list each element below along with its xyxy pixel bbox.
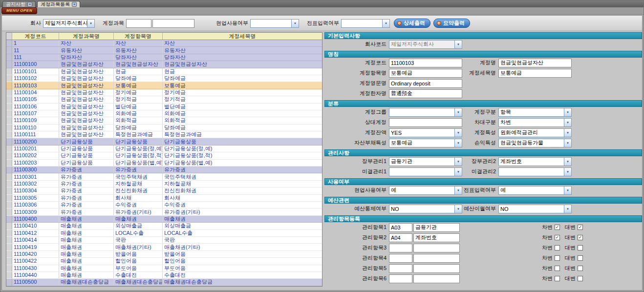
table-row[interactable]: 11100107현금및현금성자산외화예금외화예금 — [6, 110, 322, 117]
table-row[interactable]: 11100300유가증권유가증권유가증권 — [6, 167, 322, 173]
mgmt-item-code-input[interactable] — [389, 264, 412, 273]
company-select[interactable]: 제일저지주식회사 ▼ — [43, 19, 95, 28]
table-row[interactable]: 11100201단기금융상품단기금융상품(정,예)단기금융상품(정,예) — [6, 146, 322, 152]
menu-open-button[interactable]: MENU OPEN — [1, 7, 37, 14]
account-name-input[interactable] — [152, 19, 194, 28]
ledger2-select[interactable]: 계좌번호 ▼ — [498, 157, 572, 166]
mgmt-item-row: 관리항목4차변대변 — [324, 253, 642, 263]
table-row[interactable]: 11100110현금및현금성자산당좌예금당좌예금 — [6, 125, 322, 131]
table-row[interactable]: 11100500매출채권대손충당금매출채권대손충당금매출채권대손충당금 — [6, 279, 322, 286]
english-name-field[interactable] — [389, 79, 462, 88]
pending2-select[interactable]: ▼ — [498, 167, 572, 176]
mgmt-item-name-input[interactable] — [413, 254, 460, 263]
table-row[interactable]: 11100200단기금융상품단기금융상품단기금융상품 — [6, 138, 322, 145]
company-code-label: 회사코드 — [324, 41, 389, 48]
table-row[interactable]: 11100203단기금융상품단기금융상품(별,예)단기금융상품(별,예) — [6, 160, 322, 167]
field-use-select[interactable]: ▼ — [250, 19, 299, 28]
mgmt-item-name-input[interactable] — [413, 223, 460, 232]
summary-print-button[interactable]: 요약출력 — [433, 19, 470, 28]
detail-name-field[interactable] — [498, 69, 572, 78]
table-row[interactable]: 11100304유가증권전신전화채권전신전화채권 — [6, 188, 322, 194]
cell-name: 매출채권 — [59, 265, 114, 271]
table-row[interactable]: 11100309유가증권유가증권(기타)유가증권(기타) — [6, 209, 322, 215]
chevron-down-icon: ▼ — [454, 129, 462, 137]
ledger1-select[interactable]: 금융기관 ▼ — [389, 157, 462, 166]
table-row[interactable]: 11100430매출채권부도어음부도어음 — [6, 265, 322, 272]
credit-checkbox[interactable] — [578, 266, 583, 271]
mgmt-item-name-input[interactable] — [413, 264, 460, 273]
pl-trait-select[interactable]: 현금및현금등가물 ▼ — [498, 139, 572, 147]
table-row[interactable]: 11100101현금및현금성자산현금현금 — [6, 68, 322, 75]
table-row[interactable]: 11100301유가증권국민주택채권국민주택채권 — [6, 173, 322, 180]
table-row[interactable]: 111당좌자산당좌자산당좌자산 — [6, 54, 322, 61]
mgmt-item-code-input[interactable] — [389, 233, 412, 242]
counter-account-field[interactable] — [389, 118, 462, 127]
mgmt-item-code-input[interactable] — [389, 244, 412, 252]
table-row[interactable]: 11100102현금및현금성자산당좌예금당좌예금 — [6, 75, 322, 82]
credit-checkbox[interactable] — [578, 245, 583, 250]
table-row[interactable]: 11100410매출채권외상매출금외상매출금 — [6, 223, 322, 229]
credit-checkbox[interactable]: ✓ — [578, 235, 583, 240]
debit-checkbox[interactable]: ✓ — [555, 225, 560, 230]
account-group-select[interactable]: ▼ — [389, 108, 462, 117]
cell-item: 현금 — [114, 68, 163, 75]
account-code-input[interactable] — [126, 19, 151, 28]
detail-print-button[interactable]: 상세출력 — [394, 19, 430, 28]
cell-name: 현금및현금성자산 — [59, 61, 114, 67]
table-row[interactable]: 11100400매출채권매출채권매출채권 — [6, 216, 322, 223]
table-row[interactable]: 11100420매출채권받을어음받을어음 — [6, 251, 322, 258]
table-row[interactable]: 11100202단기금융상품단기금융상품(정,적)단기금융상품(정,적) — [6, 152, 322, 159]
table-row[interactable]: 11100111현금및현금성자산특정현금과예금특정현금과예금 — [6, 131, 322, 138]
table-row[interactable]: 11100419매출채권매출채권(기타)매출채권(기타) — [6, 244, 322, 250]
mgmt-item-name-input[interactable] — [413, 244, 460, 252]
field-use-panel-select[interactable]: 예 ▼ — [389, 186, 462, 195]
table-row[interactable]: 11100440매출채권수출대전수출대전 — [6, 272, 322, 279]
table-row[interactable]: 11100414매출채권국판국판 — [6, 237, 322, 244]
slip-entry-panel-select[interactable]: 예 ▼ — [498, 186, 572, 195]
budget-carryover-select[interactable]: NO ▼ — [498, 205, 572, 213]
table-row[interactable]: 11100109현금및현금성자산외화적금외화적금 — [6, 117, 322, 124]
item-name-field[interactable] — [389, 69, 462, 78]
table-row[interactable]: 11100106현금및현금성자산별단예금별단예금 — [6, 104, 322, 110]
table-row[interactable]: 11100306유가증권수익증권수익증권 — [6, 202, 322, 209]
table-row[interactable]: 11100100현금및현금성자산현금및현금성자산현금및현금성자산 — [6, 61, 322, 68]
table-row[interactable]: 11100103현금및현금성자산보통예금보통예금 — [6, 82, 322, 89]
credit-checkbox[interactable] — [578, 255, 583, 261]
account-balance-select[interactable]: YES ▼ — [389, 128, 462, 137]
table-row[interactable]: 11유동자산유동자산유동자산 — [6, 47, 322, 54]
table-row[interactable]: 11100305유가증권회사채회사채 — [6, 195, 322, 202]
debit-checkbox[interactable] — [555, 245, 560, 250]
mgmt-item-code-input[interactable] — [389, 274, 412, 283]
pending1-select[interactable]: ▼ — [389, 167, 462, 176]
asset-trait-select[interactable]: 보통예금 ▼ — [389, 139, 462, 147]
mgmt-item-code-input[interactable] — [389, 223, 412, 232]
hanja-name-field[interactable] — [389, 89, 462, 98]
tab-notice[interactable]: 공지사항 × — [2, 1, 36, 7]
mgmt-item-name-input[interactable] — [413, 274, 460, 283]
tab-account-registration[interactable]: 계정과목등록 × — [37, 1, 80, 7]
debit-checkbox[interactable] — [555, 276, 560, 281]
mgmt-item-name-input[interactable] — [413, 233, 460, 242]
table-row[interactable]: 11100412매출채권LOCAL수출LOCAL수출 — [6, 230, 322, 237]
close-icon[interactable]: × — [27, 2, 32, 7]
table-row[interactable]: 11100105현금및현금성자산정기적금정기적금 — [6, 96, 322, 103]
debit-checkbox[interactable]: ✓ — [555, 235, 560, 240]
table-row[interactable]: 11100422매출채권할인어음할인어음 — [6, 258, 322, 265]
close-icon[interactable]: × — [72, 2, 77, 7]
credit-checkbox[interactable]: ✓ — [578, 225, 583, 230]
budget-control-select[interactable]: NO ▼ — [389, 205, 462, 213]
account-trait-select[interactable]: 원화예적금관리 ▼ — [498, 128, 572, 137]
mgmt-item-code-input[interactable] — [389, 254, 412, 263]
table-row[interactable]: 1자산자산자산 — [6, 40, 322, 47]
debit-checkbox[interactable] — [555, 266, 560, 271]
table-row[interactable]: 11100302유가증권지하철공채지하철공채 — [6, 181, 322, 188]
debit-checkbox[interactable] — [555, 255, 560, 261]
credit-checkbox[interactable] — [578, 276, 583, 281]
table-row[interactable]: 11100104현금및현금성자산정기예금정기예금 — [6, 89, 322, 96]
row-gutter — [6, 125, 12, 131]
account-division-select[interactable]: 항목 ▼ — [498, 108, 572, 117]
dc-division-select[interactable]: 차변 ▼ — [498, 118, 572, 127]
account-name-field[interactable] — [498, 59, 572, 67]
slip-entry-select[interactable]: ▼ — [341, 19, 390, 28]
account-code-field[interactable] — [389, 59, 462, 67]
